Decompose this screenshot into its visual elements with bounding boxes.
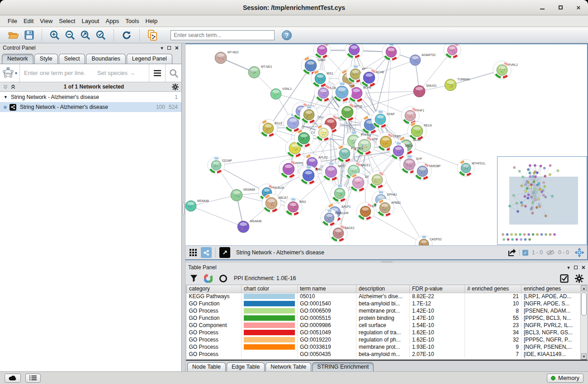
filter-icon[interactable]: [190, 274, 198, 282]
help-icon[interactable]: ?: [282, 30, 292, 40]
export-network-icon[interactable]: [506, 247, 517, 258]
tab-boundaries[interactable]: Boundaries: [86, 54, 125, 64]
table-panel-menu-icon[interactable]: ▾: [567, 265, 570, 271]
detach-view-icon[interactable]: ↗: [219, 247, 230, 258]
panel-float-icon[interactable]: [167, 46, 171, 50]
zoom-out-icon[interactable]: [64, 29, 76, 41]
network-node-mt-nd2[interactable]: MT-ND2: [215, 51, 239, 64]
scroll-down-icon[interactable]: ▼: [581, 353, 587, 360]
string-options-icon[interactable]: [149, 64, 165, 82]
task-list-button[interactable]: [25, 374, 41, 383]
menu-select[interactable]: Select: [56, 16, 78, 26]
table-scrollbar[interactable]: ▲ ▼: [580, 285, 587, 360]
donut-chart-icon[interactable]: [204, 274, 213, 283]
table-panel-close-icon[interactable]: ×: [582, 265, 585, 270]
open-session-icon[interactable]: [8, 29, 19, 41]
table-row[interactable]: GO ProcessGO:0019220regulation of ph...1…: [187, 336, 582, 343]
network-node[interactable]: [444, 44, 461, 59]
tab-network[interactable]: Network: [2, 54, 33, 64]
network-node[interactable]: [315, 124, 332, 141]
network-node[interactable]: [331, 184, 349, 202]
network-canvas[interactable]: MT-ND2MT-ND1VSNL1GAB2ADAMTS2PVRL2TOMM40S…: [185, 44, 587, 245]
network-options-gear-icon[interactable]: [172, 84, 179, 90]
network-node-bin1[interactable]: BIN1: [284, 198, 306, 216]
network-node-bace2[interactable]: BACE2: [329, 224, 355, 242]
zoom-fit-icon[interactable]: [80, 29, 91, 41]
network-node[interactable]: [300, 106, 318, 124]
network-node-phf1[interactable]: PHF1: [401, 107, 424, 125]
tab-string-enrichment[interactable]: STRING Enrichment: [312, 362, 374, 371]
tab-style[interactable]: Style: [34, 54, 58, 64]
tab-edge-table[interactable]: Edge Table: [227, 362, 265, 371]
tab-node-table[interactable]: Node Table: [187, 362, 226, 371]
column-header[interactable]: FDR p-value: [410, 285, 465, 293]
string-view-icon[interactable]: [201, 247, 212, 258]
network-node-mt-nd1[interactable]: MT-ND1: [248, 65, 272, 78]
close-button[interactable]: ×: [575, 5, 582, 11]
network-node-gfap[interactable]: GFAP: [371, 110, 395, 128]
network-node-ache[interactable]: ACHE: [360, 68, 384, 87]
network-node-apoe[interactable]: APOE: [338, 103, 363, 122]
table-row[interactable]: KEGG Pathways05010Alzheimer's dise...8.8…: [187, 293, 582, 300]
tree-expander-icon[interactable]: ▼: [4, 95, 8, 99]
network-node-kiaa1149[interactable]: KIAA1149: [321, 209, 349, 226]
table-row[interactable]: GO ProcessGO:0033619membrane prot...1.93…: [187, 343, 582, 351]
column-header[interactable]: category: [187, 285, 242, 293]
tab-legend-panel[interactable]: Legend Panel: [127, 54, 172, 64]
network-node-ms4a4e[interactable]: MS4A4E: [237, 220, 262, 233]
network-node-adamts2[interactable]: ADAMTS2: [410, 53, 436, 66]
network-node-apbb1[interactable]: APBB1: [376, 199, 401, 217]
network-node-tardbp[interactable]: TARDBP: [413, 162, 441, 180]
memory-button[interactable]: Memory: [547, 374, 583, 383]
zoom-selected-icon[interactable]: [95, 29, 107, 41]
birdseye-toggle-icon[interactable]: [574, 247, 585, 258]
column-header[interactable]: chart color: [242, 285, 298, 293]
string-query-input[interactable]: Enter one term per line. Set species →: [20, 70, 149, 76]
panel-close-icon[interactable]: ×: [175, 46, 179, 50]
column-header[interactable]: description: [356, 285, 410, 293]
table-row[interactable]: GO FunctionGO:0001540beta-amyloid bi...1…: [187, 300, 582, 307]
network-node-smug1[interactable]: SMUG1: [413, 84, 437, 97]
table-row[interactable]: GO ProcessGO:0006509membrane prot...1.42…: [187, 307, 582, 314]
string-search-icon[interactable]: [165, 64, 181, 82]
save-session-icon[interactable]: [23, 29, 35, 41]
maximize-button[interactable]: [557, 5, 564, 11]
settings-gear-icon[interactable]: [575, 274, 583, 283]
network-node[interactable]: [345, 44, 363, 59]
column-header[interactable]: enriched genes: [522, 285, 582, 293]
table-row[interactable]: GO ProcessGO:0050435beta-amyloid m...2.0…: [187, 351, 582, 358]
column-header[interactable]: term name: [298, 285, 356, 293]
table-row[interactable]: GO ComponentGO:0009986cell surface1.54E-…: [187, 322, 582, 329]
network-node-app[interactable]: APP: [355, 136, 378, 155]
network-collection-row[interactable]: ▼ String Network - Alzheimer's disease 1: [0, 92, 181, 102]
table-row[interactable]: GO FunctionGO:0005515protein binding1.47…: [187, 314, 582, 322]
table-row[interactable]: GO ProcessGO:0051049regulation of tra...…: [187, 329, 582, 336]
network-node-cd2ap[interactable]: CD2AP: [208, 157, 232, 174]
search-input[interactable]: [171, 30, 275, 40]
expand-all-icon[interactable]: [10, 84, 16, 89]
zoom-in-icon[interactable]: [49, 29, 61, 41]
network-node-vsnl1[interactable]: VSNL1: [270, 87, 292, 99]
panel-menu-icon[interactable]: ▾: [161, 45, 163, 51]
network-node-pvrl2[interactable]: PVRL2: [493, 61, 518, 79]
scroll-thumb[interactable]: [581, 292, 587, 316]
network-node-tomm40[interactable]: TOMM40: [445, 78, 470, 91]
ring-chart-icon[interactable]: [219, 274, 228, 283]
grid-view-icon[interactable]: [188, 247, 199, 258]
menu-apps[interactable]: Apps: [103, 16, 123, 26]
birdseye-view[interactable]: [497, 156, 587, 245]
menu-edit[interactable]: Edit: [20, 16, 37, 26]
column-header[interactable]: # enriched genes: [465, 285, 522, 293]
menu-file[interactable]: File: [5, 16, 20, 26]
network-node-ms4a4a[interactable]: MS4A4A: [185, 199, 209, 211]
menu-layout[interactable]: Layout: [78, 16, 102, 26]
string-logo[interactable]: STRING ▾: [0, 64, 20, 82]
network-node-mthfd1l[interactable]: MTHFD1L: [457, 159, 486, 177]
menu-view[interactable]: View: [37, 16, 56, 26]
minimize-button[interactable]: [539, 5, 545, 11]
selected-nodes-checkbox-icon[interactable]: ✓: [522, 250, 528, 256]
select-columns-icon[interactable]: [560, 274, 569, 283]
collapse-all-icon[interactable]: [3, 84, 8, 89]
refresh-icon[interactable]: [121, 29, 133, 41]
panel-splitter[interactable]: [182, 43, 185, 371]
